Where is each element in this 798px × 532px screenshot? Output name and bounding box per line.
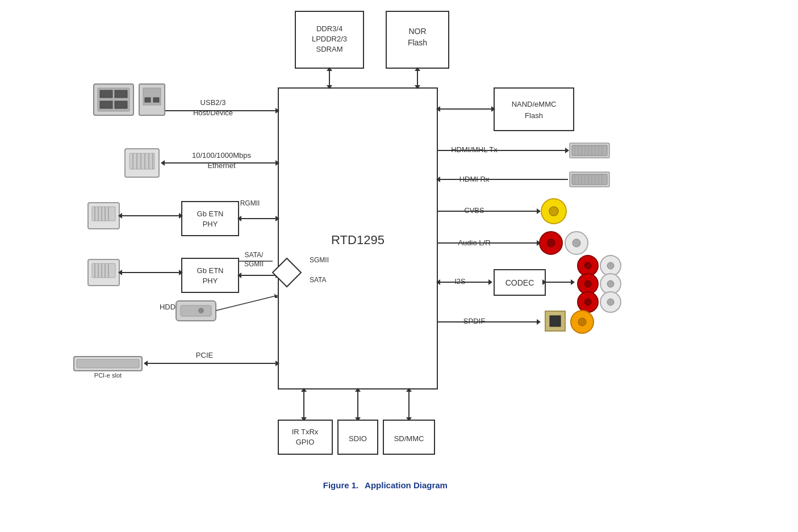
svg-rect-110 bbox=[129, 153, 154, 169]
svg-text:CVBS: CVBS bbox=[464, 206, 484, 215]
svg-line-160 bbox=[216, 295, 278, 311]
svg-point-76 bbox=[600, 274, 621, 294]
svg-marker-122 bbox=[237, 216, 241, 221]
svg-text:SDIO: SDIO bbox=[349, 434, 367, 443]
svg-marker-23 bbox=[565, 148, 569, 153]
diagram-svg: RTD1295 DDR3/4 LPDDR2/3 SDRAM NOR Flash … bbox=[0, 0, 798, 532]
svg-text:RGMII: RGMII bbox=[240, 199, 260, 207]
svg-marker-151 bbox=[179, 270, 183, 275]
svg-rect-166 bbox=[74, 357, 142, 371]
svg-rect-181 bbox=[338, 420, 378, 454]
svg-text:PHY: PHY bbox=[203, 220, 218, 228]
svg-text:Audio L/R: Audio L/R bbox=[458, 238, 490, 247]
svg-marker-93 bbox=[275, 108, 279, 114]
svg-marker-133 bbox=[179, 213, 183, 219]
svg-rect-25 bbox=[572, 145, 607, 156]
svg-point-159 bbox=[198, 308, 204, 313]
svg-text:Flash: Flash bbox=[408, 38, 427, 47]
svg-marker-37 bbox=[436, 177, 440, 182]
svg-text:GPIO: GPIO bbox=[296, 438, 315, 446]
svg-marker-170 bbox=[301, 417, 307, 421]
svg-rect-39 bbox=[572, 174, 607, 185]
svg-text:NOR: NOR bbox=[408, 27, 426, 36]
diagram-container: RTD1295 DDR3/4 LPDDR2/3 SDRAM NOR Flash … bbox=[0, 0, 798, 532]
svg-rect-125 bbox=[92, 207, 115, 221]
svg-rect-101 bbox=[143, 88, 161, 105]
svg-text:SGMII: SGMII bbox=[244, 260, 264, 268]
svg-marker-171 bbox=[301, 388, 307, 392]
svg-text:Gb ETN: Gb ETN bbox=[197, 266, 224, 275]
svg-marker-152 bbox=[273, 258, 301, 287]
svg-marker-161 bbox=[274, 294, 278, 298]
svg-text:SGMII: SGMII bbox=[310, 256, 329, 264]
svg-rect-98 bbox=[100, 101, 112, 108]
svg-text:RTD1295: RTD1295 bbox=[331, 233, 385, 247]
svg-marker-7 bbox=[327, 67, 332, 71]
svg-text:SDRAM: SDRAM bbox=[316, 45, 343, 53]
svg-marker-140 bbox=[237, 273, 241, 278]
svg-rect-143 bbox=[92, 263, 115, 278]
svg-rect-65 bbox=[494, 270, 545, 295]
svg-point-53 bbox=[549, 207, 558, 216]
svg-rect-2 bbox=[295, 11, 364, 68]
svg-marker-177 bbox=[406, 388, 412, 392]
svg-text:USB2/3: USB2/3 bbox=[200, 98, 226, 107]
svg-point-70 bbox=[578, 255, 598, 276]
svg-point-60 bbox=[573, 239, 580, 247]
svg-rect-15 bbox=[494, 88, 574, 131]
svg-text:I2S: I2S bbox=[454, 277, 466, 286]
svg-rect-109 bbox=[125, 149, 159, 177]
svg-point-80 bbox=[600, 292, 621, 312]
svg-marker-64 bbox=[488, 279, 492, 285]
svg-marker-84 bbox=[537, 319, 541, 325]
svg-rect-85 bbox=[545, 311, 565, 331]
svg-marker-150 bbox=[118, 270, 122, 275]
svg-marker-132 bbox=[118, 213, 122, 219]
svg-text:SD/MMC: SD/MMC bbox=[394, 434, 424, 443]
svg-text:HDMI Rx: HDMI Rx bbox=[459, 175, 490, 183]
svg-marker-63 bbox=[436, 279, 440, 285]
svg-rect-158 bbox=[181, 305, 211, 316]
svg-rect-96 bbox=[100, 90, 112, 98]
svg-rect-117 bbox=[182, 202, 239, 236]
svg-point-73 bbox=[607, 262, 614, 269]
svg-text:Flash: Flash bbox=[525, 111, 543, 120]
svg-marker-173 bbox=[355, 417, 361, 421]
svg-rect-178 bbox=[278, 420, 332, 454]
svg-text:PCIE: PCIE bbox=[196, 351, 214, 359]
svg-marker-123 bbox=[275, 216, 279, 221]
svg-rect-102 bbox=[145, 98, 151, 102]
svg-rect-142 bbox=[88, 259, 119, 286]
svg-text:Figure 1.: Figure 1. bbox=[323, 480, 359, 490]
svg-text:DDR3/4: DDR3/4 bbox=[316, 24, 342, 33]
svg-point-79 bbox=[584, 299, 591, 305]
svg-rect-0 bbox=[278, 88, 437, 389]
svg-text:SPDIF: SPDIF bbox=[463, 317, 485, 325]
svg-rect-103 bbox=[153, 98, 159, 102]
svg-text:IR TxRx: IR TxRx bbox=[292, 428, 319, 436]
svg-marker-176 bbox=[406, 417, 412, 421]
svg-marker-174 bbox=[355, 388, 361, 392]
svg-rect-157 bbox=[176, 301, 216, 321]
svg-marker-165 bbox=[275, 361, 279, 366]
svg-text:PHY: PHY bbox=[203, 277, 218, 285]
svg-text:PCI-e slot: PCI-e slot bbox=[94, 372, 122, 379]
svg-rect-86 bbox=[550, 316, 561, 326]
svg-text:10/100/1000Mbps: 10/100/1000Mbps bbox=[192, 151, 252, 160]
svg-text:Ethernet: Ethernet bbox=[207, 161, 236, 170]
svg-marker-107 bbox=[161, 160, 165, 166]
svg-text:HDMI/MHL Tx: HDMI/MHL Tx bbox=[451, 145, 498, 154]
svg-rect-124 bbox=[88, 203, 119, 229]
svg-point-58 bbox=[547, 239, 555, 247]
svg-marker-56 bbox=[537, 240, 541, 246]
svg-point-75 bbox=[584, 280, 591, 287]
svg-rect-9 bbox=[386, 11, 449, 68]
svg-point-87 bbox=[571, 311, 594, 333]
svg-point-52 bbox=[541, 199, 566, 224]
svg-text:HDD: HDD bbox=[160, 303, 176, 311]
svg-point-88 bbox=[578, 318, 586, 326]
svg-marker-141 bbox=[275, 273, 279, 278]
svg-point-57 bbox=[540, 232, 562, 254]
svg-text:Host/Device: Host/Device bbox=[193, 108, 233, 117]
svg-text:Gb ETN: Gb ETN bbox=[197, 210, 224, 218]
